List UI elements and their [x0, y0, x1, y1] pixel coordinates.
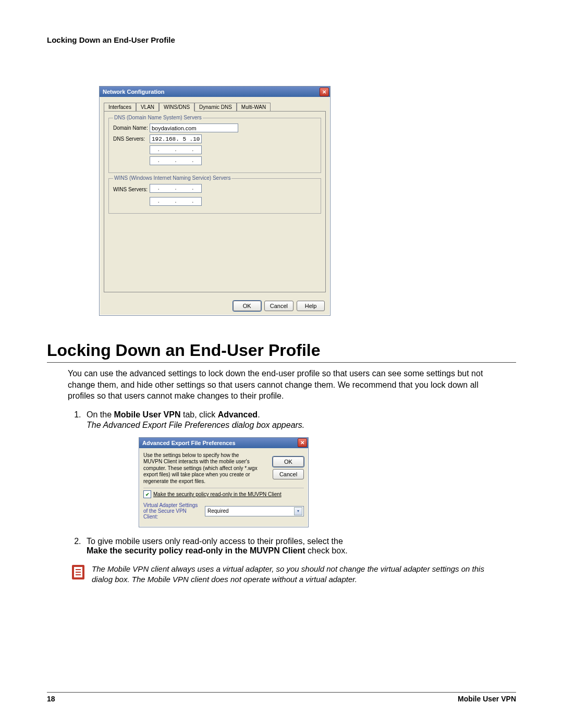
help-button[interactable]: Help [297, 301, 325, 311]
domain-name-input[interactable] [150, 124, 238, 132]
page-footer: 18 Mobile User VPN [47, 691, 516, 703]
heading-rule [47, 362, 516, 363]
note-row: The Mobile VPN client always uses a virt… [72, 564, 499, 584]
dialog2-title: Advanced Export File Preferences [142, 440, 236, 446]
cancel-button[interactable]: Cancel [273, 469, 304, 479]
section-heading: Locking Down an End-User Profile [47, 341, 516, 360]
tab-panel: DNS (Domain Name System) Servers Domain … [104, 111, 326, 292]
wins-servers-label: WINS Servers: [113, 187, 150, 192]
cancel-button[interactable]: Cancel [264, 301, 293, 311]
close-icon[interactable]: ✕ [298, 438, 307, 447]
step1-bold2: Advanced [218, 410, 258, 419]
step1-mid: tab, click [181, 410, 218, 419]
advanced-export-dialog: Advanced Export File Preferences ✕ Use t… [139, 437, 309, 528]
tab-vlan[interactable]: VLAN [136, 103, 159, 112]
running-header: Locking Down an End-User Profile [47, 35, 516, 44]
close-icon[interactable]: ✕ [320, 88, 329, 96]
virtual-adapter-value: Required [207, 508, 229, 514]
domain-name-label: Domain Name: [113, 125, 150, 131]
dialog-button-row: OK Cancel Help [233, 301, 325, 311]
wins-groupbox: WINS (Windows Internet Naming Service) S… [108, 178, 321, 214]
dns-server-1-input[interactable] [150, 134, 202, 143]
step2-bold: Make the security policy read-only in th… [87, 546, 305, 555]
ok-button[interactable]: OK [273, 456, 304, 467]
dns-server-3-input[interactable]: ... [150, 156, 202, 165]
wins-legend: WINS (Windows Internet Naming Service) S… [113, 175, 231, 181]
wins-server-1-input[interactable]: ... [150, 184, 202, 193]
network-configuration-dialog: Network Configuration ✕ Interfaces VLAN … [99, 86, 331, 316]
virtual-adapter-select[interactable]: Required ▾ [205, 506, 304, 516]
steps-list: On the Mobile User VPN tab, click Advanc… [68, 410, 516, 556]
tab-interfaces[interactable]: Interfaces [104, 103, 136, 112]
footer-rule [47, 692, 516, 693]
step1-bold1: Mobile User VPN [114, 410, 180, 419]
chevron-down-icon: ▾ [294, 507, 302, 515]
footer-product: Mobile User VPN [458, 695, 516, 703]
dns-groupbox: DNS (Domain Name System) Servers Domain … [108, 118, 321, 173]
dialog-titlebar: Network Configuration ✕ [100, 87, 330, 97]
step1-post: . [258, 410, 260, 419]
dialog2-description: Use the settings below to specify how th… [143, 452, 258, 485]
tab-wins-dns[interactable]: WINS/DNS [159, 103, 194, 112]
tab-dynamic-dns[interactable]: Dynamic DNS [194, 103, 237, 112]
intro-paragraph: You can use the advanced settings to loc… [68, 368, 495, 402]
dialog2-divider [143, 488, 304, 488]
note-text: The Mobile VPN client always uses a virt… [92, 564, 499, 584]
dialog-title: Network Configuration [103, 89, 165, 95]
wins-server-2-input[interactable]: ... [150, 197, 202, 206]
virtual-adapter-label: Virtual Adapter Settings of the Secure V… [143, 502, 201, 520]
tab-multi-wan[interactable]: Multi-WAN [237, 103, 271, 112]
tab-strip: Interfaces VLAN WINS/DNS Dynamic DNS Mul… [104, 102, 330, 111]
step1-text: On the [87, 410, 114, 419]
step-2: To give mobile users only read-only acce… [83, 537, 516, 556]
ok-button[interactable]: OK [233, 301, 261, 311]
read-only-checkbox-label: Make the security policy read-only in th… [153, 491, 282, 497]
dns-server-2-input[interactable]: ... [150, 145, 202, 154]
note-icon [72, 565, 84, 579]
step2-pre: To give mobile users only read-only acce… [87, 537, 343, 546]
step-1: On the Mobile User VPN tab, click Advanc… [83, 410, 516, 528]
step1-note: The Advanced Export File Preferences dia… [87, 421, 516, 430]
dns-legend: DNS (Domain Name System) Servers [113, 115, 203, 120]
step2-post: check box. [305, 546, 348, 555]
read-only-checkbox[interactable]: ✔ [143, 490, 151, 498]
dns-servers-label: DNS Servers: [113, 136, 150, 142]
page-number: 18 [47, 695, 55, 703]
dialog2-titlebar: Advanced Export File Preferences ✕ [139, 438, 308, 448]
